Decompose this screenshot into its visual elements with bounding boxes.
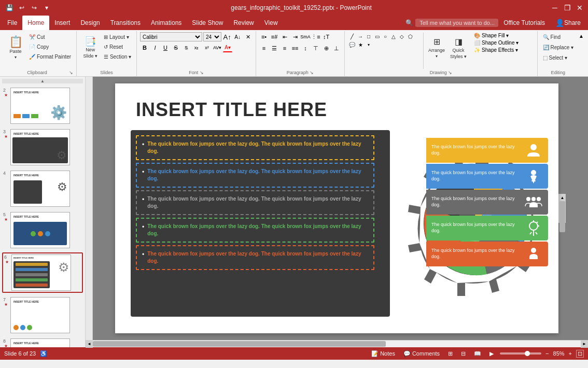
arrange-button[interactable]: ⊞ Arrange ▾ — [426, 32, 447, 63]
ribbon-collapse-button[interactable]: ▲ — [579, 33, 584, 39]
arrow-shape[interactable]: → — [356, 32, 365, 40]
slide-thumb-2[interactable]: 2 ★ INSERT TITLE HERE ⚙️ — [2, 87, 83, 125]
format-painter-button[interactable]: 🖌️Format Painter — [27, 52, 73, 61]
circle-shape[interactable]: ○ — [381, 32, 389, 40]
line-shape[interactable]: ╱ — [348, 32, 356, 40]
slide-thumb-5[interactable]: 5 ★ INSERT TITLE HERE — [2, 211, 83, 249]
text-box-1[interactable]: • The quick brown fox jumps over the laz… — [136, 135, 374, 160]
cut-button[interactable]: ✂️Cut — [27, 32, 73, 41]
reading-view-button[interactable]: 📖 — [472, 349, 483, 358]
font-name-select[interactable]: Calibri — [140, 32, 202, 41]
slide-sorter-button[interactable]: ⊟ — [459, 349, 468, 358]
slide-thumb-6[interactable]: 6 ★ INSERT TITLE HERE ⚙ — [2, 252, 83, 293]
increase-indent-button[interactable]: ⇥ — [290, 32, 300, 41]
save-icon[interactable]: 💾 — [4, 3, 15, 13]
menu-file[interactable]: File — [2, 16, 22, 30]
underline-button[interactable]: U — [161, 43, 170, 52]
slide-thumb-8[interactable]: 8 ★ INSERT TITLE HERE — [2, 337, 83, 347]
italic-button[interactable]: I — [150, 43, 160, 52]
shadow-button[interactable]: S — [181, 43, 191, 52]
pentagon-shape[interactable]: ⬠ — [406, 32, 414, 40]
font-size-select[interactable]: 24 — [203, 32, 221, 41]
normal-view-button[interactable]: ⊞ — [446, 349, 455, 358]
section-button[interactable]: ☰ Section ▾ — [102, 52, 133, 61]
star-shape[interactable]: ★ — [356, 40, 365, 49]
slide-title[interactable]: INSERT TITLE HERE — [136, 99, 327, 121]
scroll-right-button[interactable]: ► — [581, 341, 588, 348]
char-spacing-button[interactable]: AV▾ — [213, 43, 222, 52]
comments-button[interactable]: 💬 Comments — [401, 350, 442, 358]
slide-thumb-3[interactable]: 3 ★ INSERT TITLE HERE ⚙ — [2, 128, 83, 166]
shape-outline-button[interactable]: ⬜Shape Outline ▾ — [472, 39, 521, 46]
select-button[interactable]: ⬚ Select ▾ — [541, 53, 569, 62]
redo-icon[interactable]: ↪ — [29, 3, 39, 13]
align-middle-button[interactable]: ⊕ — [321, 44, 331, 53]
hscroll-track[interactable] — [93, 341, 581, 347]
line-spacing-button[interactable]: ↕ — [301, 44, 310, 53]
text-direction-button[interactable]: ↕T — [321, 32, 331, 41]
triangle-shape[interactable]: △ — [389, 32, 398, 40]
zoom-minus-button[interactable]: − — [545, 350, 549, 357]
justify-button[interactable]: ≡≡ — [290, 44, 300, 53]
menu-design[interactable]: Design — [75, 16, 105, 30]
align-bottom-button[interactable]: ⊥ — [332, 44, 341, 53]
fit-slide-button[interactable]: ⊡ — [576, 350, 584, 358]
align-right-button[interactable]: ≡ — [280, 44, 289, 53]
reset-button[interactable]: ↺ Reset — [102, 42, 133, 51]
zoom-slider[interactable] — [500, 352, 541, 355]
menu-insert[interactable]: Insert — [49, 16, 75, 30]
menu-slideshow[interactable]: Slide Show — [187, 16, 228, 30]
office-tutorials-button[interactable]: Office Tutorials — [498, 16, 550, 30]
subscript-button[interactable]: x₂ — [192, 43, 201, 52]
bullets-button[interactable]: ≡• — [259, 32, 269, 41]
minimize-button[interactable]: ─ — [551, 4, 559, 12]
quick-styles-button[interactable]: ◨ Quick Styles ▾ — [448, 32, 469, 63]
paste-button[interactable]: 📋 Paste ▾ — [5, 32, 26, 63]
rect-shape[interactable]: □ — [365, 32, 373, 40]
menu-home[interactable]: Home — [22, 16, 49, 30]
zoom-thumb[interactable] — [525, 351, 530, 356]
more-shapes[interactable]: ▾ — [365, 40, 373, 49]
bold-button[interactable]: B — [140, 43, 149, 52]
slide-thumb-4[interactable]: 4 INSERT TITLE HERE ⚙ — [2, 169, 83, 208]
menu-animations[interactable]: Animations — [146, 16, 187, 30]
share-button[interactable]: 👤 Share — [550, 16, 586, 30]
hscroll-thumb[interactable] — [93, 341, 386, 347]
diamond-shape[interactable]: ◇ — [398, 32, 406, 40]
slideshow-view-button[interactable]: ▶ — [487, 349, 496, 358]
clear-format-button[interactable]: ✕ — [243, 32, 253, 41]
find-button[interactable]: 🔍 Find — [541, 32, 563, 41]
shape-fill-button[interactable]: 🎨Shape Fill ▾ — [472, 32, 521, 39]
menu-view[interactable]: View — [259, 16, 283, 30]
align-top-button[interactable]: ⊤ — [311, 44, 320, 53]
columns-button[interactable]: ⋮≡ — [311, 32, 320, 41]
scroll-left-button[interactable]: ◄ — [86, 341, 93, 348]
replace-button[interactable]: 🔄 Replace ▾ — [541, 43, 576, 52]
new-slide-button[interactable]: 📑 New Slide ▾ — [80, 32, 101, 63]
slide-canvas[interactable]: INSERT TITLE HERE • The quick brown fox … — [115, 83, 558, 333]
notes-button[interactable]: 📝 Notes — [369, 350, 397, 358]
scroll-thumb[interactable] — [559, 201, 565, 232]
zoom-plus-button[interactable]: + — [569, 350, 572, 357]
text-box-5[interactable]: • The quick brown fox jumps over the laz… — [136, 245, 374, 270]
text-box-2[interactable]: • The quick brown fox jumps over the laz… — [136, 163, 374, 188]
shape-effects-button[interactable]: ✨Shape Effects ▾ — [472, 47, 521, 53]
menu-review[interactable]: Review — [228, 16, 259, 30]
strikethrough-button[interactable]: S — [171, 43, 180, 52]
slide-thumb-7[interactable]: 7 ★ INSERT TITLE HERE — [2, 296, 83, 334]
undo-icon[interactable]: ↩ — [17, 3, 27, 13]
text-box-3[interactable]: • The quick brown fox jumps over the laz… — [136, 190, 374, 215]
superscript-button[interactable]: x² — [202, 43, 212, 52]
restore-button[interactable]: ❐ — [563, 4, 571, 12]
copy-button[interactable]: 📄Copy — [27, 42, 73, 51]
slide-panel-scroll-up[interactable]: ▲ — [2, 79, 83, 83]
font-color-button[interactable]: A▾ — [223, 43, 232, 52]
search-input[interactable] — [415, 19, 498, 27]
customize-qat-icon[interactable]: ▾ — [41, 3, 52, 13]
rounded-rect-shape[interactable]: ▭ — [373, 32, 381, 40]
align-center-button[interactable]: ☰ — [270, 44, 279, 53]
layout-button[interactable]: ⊞ Layout ▾ — [102, 32, 133, 41]
accessibility-button[interactable]: ♿ — [40, 350, 47, 357]
decrease-indent-button[interactable]: ⇤ — [280, 32, 289, 41]
close-button[interactable]: ✕ — [576, 4, 584, 12]
